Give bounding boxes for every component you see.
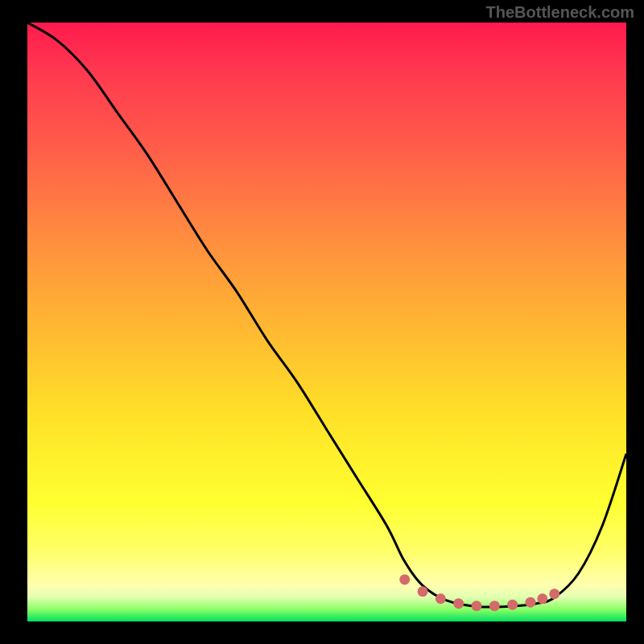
bottleneck-curve [27, 23, 626, 607]
chart-container: TheBottleneck.com [0, 0, 644, 644]
dots-layer [399, 574, 559, 611]
highlight-dot [537, 593, 547, 604]
highlight-dot [525, 597, 535, 608]
highlight-dot [489, 601, 500, 611]
highlight-dot [507, 600, 518, 610]
curve-layer [27, 23, 626, 607]
highlight-dot [549, 588, 559, 599]
highlight-dot [418, 586, 428, 597]
watermark-text: TheBottleneck.com [486, 3, 634, 22]
plot-area [27, 23, 626, 621]
highlight-dot [436, 593, 446, 604]
curve-svg [27, 23, 626, 621]
highlight-dot [472, 601, 482, 611]
highlight-dot [399, 574, 410, 584]
highlight-dot [453, 598, 464, 609]
